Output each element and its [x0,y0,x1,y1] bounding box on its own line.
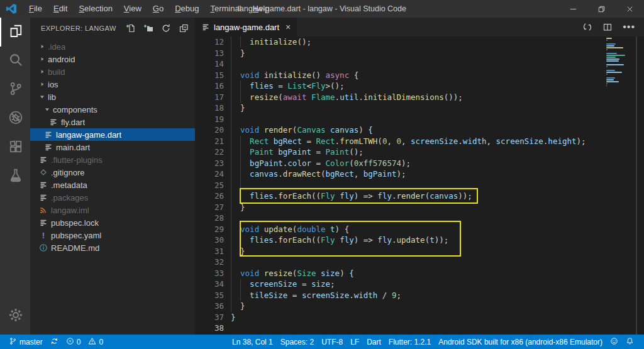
line-number[interactable]: 33 [195,268,224,279]
code-text[interactable]: screenSize = size; [231,279,335,290]
status-notifications[interactable] [622,337,638,347]
code-line-16[interactable]: 16 flies = List<Fly>(); [195,80,644,92]
line-number[interactable]: 18 [195,102,224,114]
code-editor[interactable]: 12 initialize();13 }1415 void initialize… [195,36,644,335]
tree-item--packages[interactable]: .packages [30,191,195,204]
line-number[interactable]: 22 [195,147,224,158]
activity-extensions[interactable] [0,133,30,162]
code-text[interactable]: bgPaint.color = Color(0xff576574); [231,158,411,169]
new-file-icon[interactable] [126,23,136,33]
code-line-18[interactable]: 18 } [195,102,644,114]
line-number[interactable]: 31 [195,246,224,257]
code-text[interactable]: initialize(); [231,36,311,48]
code-text[interactable]: Paint bgPaint = Paint(); [231,147,364,158]
line-number[interactable]: 25 [195,180,224,191]
code-line-25[interactable]: 25 [195,180,644,191]
line-number[interactable]: 36 [195,301,224,312]
status-language-mode[interactable]: Dart [363,338,385,346]
code-line-22[interactable]: 22 Paint bgPaint = Paint(); [195,147,644,158]
tree-item-readme-md[interactable]: README.md [30,241,195,254]
tree-item-pubspec-yaml[interactable]: !pubspec.yaml [30,229,195,241]
code-line-12[interactable]: 12 initialize(); [195,36,644,48]
code-line-36[interactable]: 36 } [195,301,644,312]
menu-file[interactable]: File [23,0,48,18]
status-eol[interactable]: LF [347,338,363,346]
code-text[interactable]: void update(double t) { [231,224,349,235]
menu-edit[interactable]: Edit [48,0,73,18]
twisty-open-icon[interactable] [44,106,50,113]
tab-langaw-game[interactable]: langaw-game.dart × [195,18,297,36]
code-line-19[interactable]: 19 [195,114,644,125]
line-number[interactable]: 16 [195,80,224,92]
line-number[interactable]: 17 [195,92,224,103]
activity-test[interactable] [0,162,30,191]
code-line-21[interactable]: 21 Rect bgRect = Rect.fromLTWH(0, 0, scr… [195,136,644,147]
line-number[interactable]: 26 [195,191,224,202]
code-line-38[interactable]: 38 [195,323,644,334]
tree-item-lib[interactable]: lib [30,91,195,103]
restore-button[interactable] [587,0,616,18]
tree-item-android[interactable]: android [30,53,195,65]
status-git-branch[interactable]: master [5,337,47,347]
code-line-37[interactable]: 37} [195,312,644,323]
line-number[interactable]: 24 [195,169,224,180]
code-line-14[interactable]: 14 [195,58,644,70]
status-errors[interactable]: 0 [62,337,85,347]
status-sync[interactable] [47,337,62,347]
activity-source-control[interactable] [0,75,30,104]
line-number[interactable]: 19 [195,114,224,125]
twisty-open-icon[interactable] [39,94,45,100]
code-line-30[interactable]: 30 flies.forEach((Fly fly) => fly.update… [195,235,644,246]
menu-selection[interactable]: Selection [73,0,118,18]
menu-debug[interactable]: Debug [169,0,204,18]
code-line-32[interactable]: 32 [195,257,644,268]
code-text[interactable]: void initialize() async { [231,70,358,81]
activity-search[interactable] [0,47,30,75]
tree-item-langaw-game-dart[interactable]: langaw-game.dart [30,128,195,141]
line-number[interactable]: 13 [195,48,224,59]
code-text[interactable]: tileSize = screenSize.width / 9; [231,290,401,301]
code-line-24[interactable]: 24 canvas.drawRect(bgRect, bgPaint); [195,169,644,180]
code-text[interactable]: } [231,102,245,114]
code-line-33[interactable]: 33 void resize(Size size) { [195,268,644,279]
code-text[interactable]: } [231,312,236,323]
code-line-31[interactable]: 31 } [195,246,644,257]
code-text[interactable]: void render(Canvas canvas) { [231,125,373,136]
code-line-20[interactable]: 20 void render(Canvas canvas) { [195,125,644,136]
line-number[interactable]: 23 [195,158,224,169]
activity-explorer[interactable] [0,18,30,47]
menu-go[interactable]: Go [147,0,169,18]
code-line-23[interactable]: 23 bgPaint.color = Color(0xff576574); [195,158,644,169]
tree-item-fly-dart[interactable]: fly.dart [30,116,195,128]
tree-item--gitignore[interactable]: .gitignore [30,166,195,179]
menu-terminal[interactable]: Terminal [204,0,247,18]
line-number[interactable]: 29 [195,224,224,235]
split-editor-icon[interactable] [602,22,613,32]
line-number[interactable]: 21 [195,136,224,147]
line-number[interactable]: 32 [195,257,224,268]
close-button[interactable] [616,0,644,18]
line-number[interactable]: 28 [195,213,224,224]
status-warnings[interactable]: 0 [84,337,107,347]
line-number[interactable]: 35 [195,290,224,301]
code-text[interactable]: flies.forEach((Fly fly) => fly.update(t)… [231,235,448,246]
code-line-35[interactable]: 35 tileSize = screenSize.width / 9; [195,290,644,301]
line-number[interactable]: 38 [195,323,224,334]
code-text[interactable]: } [231,301,245,312]
code-text[interactable]: } [231,202,245,213]
status-device[interactable]: Android SDK built for x86 (android-x86 E… [435,338,606,346]
tree-item-langaw-iml[interactable]: langaw.iml [30,204,195,216]
status-feedback[interactable] [606,337,622,347]
line-number[interactable]: 37 [195,312,224,323]
status-flutter-version[interactable]: Flutter: 1.2.1 [385,338,435,346]
activity-settings[interactable] [0,302,30,331]
code-line-17[interactable]: 17 resize(await Flame.util.initialDimens… [195,92,644,103]
line-number[interactable]: 20 [195,125,224,136]
code-text[interactable]: } [231,48,245,59]
status-cursor-position[interactable]: Ln 38, Col 1 [228,338,277,346]
more-icon[interactable]: ••• [623,24,635,30]
code-text[interactable]: flies.forEach((Fly fly) => fly.render(ca… [231,191,472,202]
menu-view[interactable]: View [118,0,147,18]
code-line-28[interactable]: 28 [195,213,644,224]
line-number[interactable]: 12 [195,36,224,48]
